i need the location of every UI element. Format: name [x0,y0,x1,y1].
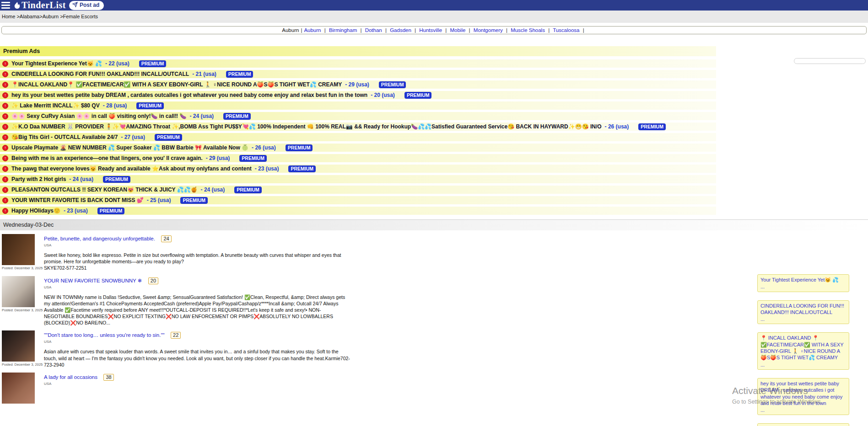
listing-row: Posted: December 3, 2025 Petite, brunett… [2,234,868,272]
premium-ad-title[interactable]: Happy HOlidays🙂 [11,208,60,214]
city-link[interactable]: Montgomery [474,27,503,33]
premium-badge: PREMIUM [379,81,406,88]
city-link[interactable]: Dothan [365,27,382,33]
up-arrow-icon [2,208,8,214]
premium-ad-row[interactable]: ✨K.O Daa NUMBER 🐰 PROVIDER 🧍✨💘AMAZING Th… [0,122,716,131]
city-link[interactable]: Muscle Shoals [511,27,545,33]
premium-badge: PREMIUM [180,197,208,204]
listings: Posted: December 3, 2025 Petite, brunett… [2,234,868,405]
sidebar-premium-card-text[interactable]: Your Tightest Experience Yet😼 💦 [760,277,846,283]
sidebar-premium-card[interactable]: 📍 INCALL OAKLAND 📍 ✅FACETIME/CAR✅ WITH A… [757,332,849,369]
city-link[interactable]: Birmingham [329,27,357,33]
listing-title-link[interactable]: ""Don't stare too long… unless you're re… [44,332,165,338]
site-logo[interactable]: TinderList [13,0,66,11]
city-link-wrap: Mobile | [450,27,474,33]
premium-ad-title[interactable]: CINDERELLA LOOKING FOR FUN!!! OAKLAND!!!… [11,71,189,77]
city-link[interactable]: Auburn [304,27,321,33]
premium-ad-title[interactable]: 📍INCALL OAKLAND📍 ✅FACETIME/CAR✅ WITH A S… [11,81,342,88]
city-links-box: Auburn | Auburn | Birmingham | Dothan | … [1,26,867,34]
listing-title-link[interactable]: Petite, brunette, and dangerously unforg… [44,236,155,241]
premium-ad-row[interactable]: Happy HOlidays🙂 - 23 (usa) PREMIUM [0,207,716,215]
city-link-wrap: Birmingham | [329,27,365,33]
listing-title-link[interactable]: A lady for all occasions [44,374,97,380]
separator: | [443,27,448,33]
listing-age-badge: 20 [148,277,158,284]
city-link[interactable]: Huntsville [419,27,442,33]
premium-ad-title[interactable]: PLEASANTON OUTCALLS !! SEXY KOREAN😻 THIC… [11,186,198,193]
sidebar-premium-card[interactable]: ✨ Lake Merritt INCALL✨ $80 QV ... [757,423,849,426]
post-ad-button[interactable]: Post ad [69,1,104,10]
breadcrumb[interactable]: Home >Alabama>Auburn >Female Escorts [2,14,98,19]
sidebar-premium-card-text[interactable]: CINDERELLA LOOKING FOR FUN!!! OAKLAND!!!… [760,303,846,316]
sidebar-premium-card-text[interactable]: 📍 INCALL OAKLAND 📍 ✅FACETIME/CAR✅ WITH A… [760,335,846,361]
premium-ad-row[interactable]: 🌸🌸 Sexy CuRvy Asian 🌸🌸 in call 🍑 visitin… [0,112,716,120]
listing-thumbnail[interactable] [2,330,35,362]
premium-ad-row[interactable]: Upscale Playmate 🌋 NEW NUMBER 💦 Super So… [0,144,716,152]
premium-ad-row[interactable]: Your Tightest Experience Yet😼 💦 - 22 (us… [0,59,716,68]
premium-ad-row[interactable]: The pawg that everyone loves😼 Ready and … [0,165,716,173]
premium-ad-title[interactable]: Being with me is an experience—one that … [11,155,203,161]
premium-ad-title[interactable]: ✨K.O Daa NUMBER 🐰 PROVIDER 🧍✨💘AMAZING Th… [11,123,602,130]
premium-ad-title[interactable]: Party with 2 Hot girls [11,176,66,182]
premium-ad-age: - 26 (usa) [252,144,276,151]
sidebar-premium-card-text[interactable]: hey its your best wettes petite baby DRE… [760,380,846,406]
separator: | [467,27,472,33]
listing-thumbnail[interactable] [2,234,35,265]
premium-ad-title[interactable]: Your Tightest Experience Yet😼 💦 [11,60,102,67]
city-link[interactable]: Tuscaloosa [553,27,579,33]
separator: | [413,27,418,33]
premium-ad-title[interactable]: Upscale Playmate 🌋 NEW NUMBER 💦 Super So… [11,144,248,151]
premium-ad-title[interactable]: The pawg that everyone loves😼 Ready and … [11,165,252,172]
up-arrow-icon [2,197,8,203]
city-link-wrap: Huntsville | [419,27,450,33]
premium-ads-list: Your Tightest Experience Yet😼 💦 - 22 (us… [0,59,868,215]
listing-posted-date: Posted: December 3, 2025 [2,308,43,312]
sidebar-premium-card-more: ... [760,283,846,290]
sidebar-premium-card[interactable]: Your Tightest Experience Yet😼 💦 ... [757,274,849,292]
premium-ad-title[interactable]: 🌸🌸 Sexy CuRvy Asian 🌸🌸 in call 🍑 visitin… [11,113,186,119]
premium-ad-row[interactable]: Party with 2 Hot girls - 24 (usa) PREMIU… [0,175,716,183]
listing-title-link[interactable]: YOUR NEW FAVORITE SNOWBUNNY ❄ [44,278,142,283]
date-header: Wednesday-03-Dec [0,219,868,230]
premium-ad-title[interactable]: hey its your best wettes petite baby DRE… [11,92,367,98]
listing-posted-date: Posted: December 3, 2025 [2,266,43,270]
premium-ad-row[interactable]: 😘Big Tits Girl - OUTCALL Available 24/7 … [0,133,716,141]
premium-ad-row[interactable]: hey its your best wettes petite baby DRE… [0,91,716,99]
city-link[interactable]: Mobile [450,27,466,33]
premium-badge: PREMIUM [638,123,666,130]
city-link[interactable]: Gadsden [390,27,411,33]
premium-ad-age: - 28 (usa) [103,102,127,109]
premium-ad-row[interactable]: PLEASANTON OUTCALLS !! SEXY KOREAN😻 THIC… [0,186,716,194]
listing-age-badge: 22 [171,332,181,339]
menu-icon[interactable] [1,2,10,9]
premium-ad-title[interactable]: YOUR WINTER FAVORITE IS BACK DONT MISS 💕 [11,197,144,203]
sidebar-premium-card[interactable]: hey its your best wettes petite baby DRE… [757,378,849,415]
premium-ad-title[interactable]: ✨ Lake Merritt INCALL✨ $80 QV [11,102,100,109]
sidebar-premium-card-more: ... [760,362,846,368]
listing-thumbnail[interactable] [2,276,35,307]
sidebar-premium-card[interactable]: CINDERELLA LOOKING FOR FUN!!! OAKLAND!!!… [757,300,849,325]
premium-ad-age: - 23 (usa) [64,208,88,214]
listing-description: Sweet like honey, bold like espresso. Pe… [44,252,351,265]
premium-ad-row[interactable]: 📍INCALL OAKLAND📍 ✅FACETIME/CAR✅ WITH A S… [0,80,716,89]
city-link-wrap: Montgomery | [474,27,511,33]
site-logo-text[interactable]: TinderList [22,0,66,11]
listing-row: A lady for all occasions 38 USA [2,373,868,405]
up-arrow-icon [2,187,8,193]
city-link-wrap: Auburn | [304,27,329,33]
premium-ad-row[interactable]: CINDERELLA LOOKING FOR FUN!!! OAKLAND!!!… [0,70,716,78]
premium-badge: PREMIUM [155,134,182,141]
premium-ad-row[interactable]: YOUR WINTER FAVORITE IS BACK DONT MISS 💕… [0,196,716,204]
city-links: Auburn | Birmingham | Dothan | Gadsden |… [304,27,586,33]
premium-ad-age: - 27 (usa) [121,134,145,140]
premium-ad-row[interactable]: Being with me is an experience—one that … [0,154,716,162]
premium-ads-section: Premium Ads Your Tightest Experience Yet… [0,46,868,215]
premium-ad-title[interactable]: 😘Big Tits Girl - OUTCALL Available 24/7 [11,134,118,140]
up-arrow-icon [2,92,8,98]
listing-country: USA [44,285,868,289]
premium-ad-row[interactable]: ✨ Lake Merritt INCALL✨ $80 QV - 28 (usa)… [0,101,716,110]
top-navigation-bar: TinderList Post ad [0,0,868,11]
floating-input-box[interactable] [794,58,866,64]
listing-country: USA [44,382,868,386]
listing-thumbnail[interactable] [2,373,35,404]
